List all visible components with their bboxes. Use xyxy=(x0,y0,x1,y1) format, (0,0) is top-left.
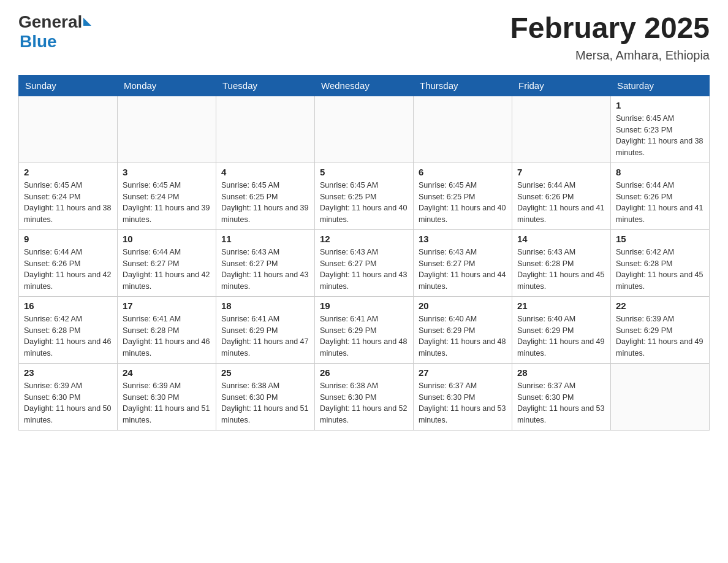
day-number: 28 xyxy=(517,367,605,378)
day-number: 10 xyxy=(123,234,211,244)
day-number: 20 xyxy=(419,301,507,311)
week-row-5: 23Sunrise: 6:39 AMSunset: 6:30 PMDayligh… xyxy=(19,363,710,430)
calendar-cell: 15Sunrise: 6:42 AMSunset: 6:28 PMDayligh… xyxy=(611,229,710,296)
day-info: Sunrise: 6:38 AMSunset: 6:30 PMDaylight:… xyxy=(221,380,309,426)
calendar-cell: 7Sunrise: 6:44 AMSunset: 6:26 PMDaylight… xyxy=(512,163,611,229)
calendar-cell: 9Sunrise: 6:44 AMSunset: 6:26 PMDaylight… xyxy=(19,229,118,296)
calendar-cell: 21Sunrise: 6:40 AMSunset: 6:29 PMDayligh… xyxy=(512,296,611,363)
calendar-cell: 6Sunrise: 6:45 AMSunset: 6:25 PMDaylight… xyxy=(414,163,512,229)
day-info: Sunrise: 6:41 AMSunset: 6:29 PMDaylight:… xyxy=(221,313,309,359)
day-number: 27 xyxy=(419,367,507,378)
calendar-cell: 3Sunrise: 6:45 AMSunset: 6:24 PMDaylight… xyxy=(118,163,216,229)
day-number: 18 xyxy=(221,301,309,311)
logo-triangle-icon xyxy=(83,18,91,26)
weekday-header-monday: Monday xyxy=(118,75,216,96)
week-row-1: 1Sunrise: 6:45 AMSunset: 6:23 PMDaylight… xyxy=(19,96,710,163)
week-row-2: 2Sunrise: 6:45 AMSunset: 6:24 PMDaylight… xyxy=(19,163,710,229)
calendar-cell: 5Sunrise: 6:45 AMSunset: 6:25 PMDaylight… xyxy=(315,163,414,229)
day-number: 5 xyxy=(320,167,408,177)
day-number: 2 xyxy=(24,167,112,177)
day-number: 9 xyxy=(24,234,112,244)
calendar-cell: 1Sunrise: 6:45 AMSunset: 6:23 PMDaylight… xyxy=(611,96,710,163)
calendar-cell: 27Sunrise: 6:37 AMSunset: 6:30 PMDayligh… xyxy=(414,363,512,430)
day-info: Sunrise: 6:37 AMSunset: 6:30 PMDaylight:… xyxy=(517,380,605,426)
calendar-subtitle: Mersa, Amhara, Ethiopia xyxy=(510,48,710,63)
week-row-4: 16Sunrise: 6:42 AMSunset: 6:28 PMDayligh… xyxy=(19,296,710,363)
day-info: Sunrise: 6:45 AMSunset: 6:25 PMDaylight:… xyxy=(221,180,309,226)
day-info: Sunrise: 6:45 AMSunset: 6:25 PMDaylight:… xyxy=(419,180,507,226)
day-info: Sunrise: 6:39 AMSunset: 6:30 PMDaylight:… xyxy=(24,380,112,426)
calendar-cell: 2Sunrise: 6:45 AMSunset: 6:24 PMDaylight… xyxy=(19,163,118,229)
day-number: 8 xyxy=(616,167,704,177)
day-info: Sunrise: 6:45 AMSunset: 6:23 PMDaylight:… xyxy=(616,113,704,159)
day-info: Sunrise: 6:43 AMSunset: 6:27 PMDaylight:… xyxy=(320,247,408,293)
calendar-cell xyxy=(414,96,512,163)
calendar-table: SundayMondayTuesdayWednesdayThursdayFrid… xyxy=(18,75,710,431)
day-number: 19 xyxy=(320,301,408,311)
day-number: 7 xyxy=(517,167,605,177)
calendar-cell xyxy=(118,96,216,163)
day-info: Sunrise: 6:43 AMSunset: 6:27 PMDaylight:… xyxy=(221,247,309,293)
day-info: Sunrise: 6:37 AMSunset: 6:30 PMDaylight:… xyxy=(419,380,507,426)
calendar-cell xyxy=(19,96,118,163)
day-info: Sunrise: 6:38 AMSunset: 6:30 PMDaylight:… xyxy=(320,380,408,426)
calendar-title: February 2025 xyxy=(510,12,710,45)
calendar-cell: 12Sunrise: 6:43 AMSunset: 6:27 PMDayligh… xyxy=(315,229,414,296)
day-number: 21 xyxy=(517,301,605,311)
day-number: 12 xyxy=(320,234,408,244)
day-number: 23 xyxy=(24,367,112,378)
day-number: 25 xyxy=(221,367,309,378)
day-number: 13 xyxy=(419,234,507,244)
calendar-cell: 13Sunrise: 6:43 AMSunset: 6:27 PMDayligh… xyxy=(414,229,512,296)
calendar-cell: 4Sunrise: 6:45 AMSunset: 6:25 PMDaylight… xyxy=(216,163,315,229)
day-number: 11 xyxy=(221,234,309,244)
calendar-cell xyxy=(216,96,315,163)
day-info: Sunrise: 6:42 AMSunset: 6:28 PMDaylight:… xyxy=(616,247,704,293)
day-info: Sunrise: 6:39 AMSunset: 6:29 PMDaylight:… xyxy=(616,313,704,359)
day-info: Sunrise: 6:41 AMSunset: 6:28 PMDaylight:… xyxy=(123,313,211,359)
calendar-cell xyxy=(611,363,710,430)
day-info: Sunrise: 6:45 AMSunset: 6:24 PMDaylight:… xyxy=(123,180,211,226)
day-info: Sunrise: 6:41 AMSunset: 6:29 PMDaylight:… xyxy=(320,313,408,359)
calendar-cell: 22Sunrise: 6:39 AMSunset: 6:29 PMDayligh… xyxy=(611,296,710,363)
weekday-header-friday: Friday xyxy=(512,75,611,96)
calendar-cell xyxy=(315,96,414,163)
day-info: Sunrise: 6:45 AMSunset: 6:24 PMDaylight:… xyxy=(24,180,112,226)
calendar-cell: 19Sunrise: 6:41 AMSunset: 6:29 PMDayligh… xyxy=(315,296,414,363)
day-info: Sunrise: 6:44 AMSunset: 6:26 PMDaylight:… xyxy=(24,247,112,293)
page-header: General Blue February 2025 Mersa, Amhara… xyxy=(18,12,710,63)
day-info: Sunrise: 6:44 AMSunset: 6:27 PMDaylight:… xyxy=(123,247,211,293)
day-number: 26 xyxy=(320,367,408,378)
calendar-cell: 20Sunrise: 6:40 AMSunset: 6:29 PMDayligh… xyxy=(414,296,512,363)
day-number: 16 xyxy=(24,301,112,311)
title-area: February 2025 Mersa, Amhara, Ethiopia xyxy=(510,12,710,63)
day-info: Sunrise: 6:42 AMSunset: 6:28 PMDaylight:… xyxy=(24,313,112,359)
weekday-header-sunday: Sunday xyxy=(19,75,118,96)
calendar-cell: 25Sunrise: 6:38 AMSunset: 6:30 PMDayligh… xyxy=(216,363,315,430)
day-number: 17 xyxy=(123,301,211,311)
logo-general-text: General xyxy=(18,12,82,31)
calendar-cell: 23Sunrise: 6:39 AMSunset: 6:30 PMDayligh… xyxy=(19,363,118,430)
day-number: 14 xyxy=(517,234,605,244)
calendar-cell: 14Sunrise: 6:43 AMSunset: 6:28 PMDayligh… xyxy=(512,229,611,296)
calendar-cell: 11Sunrise: 6:43 AMSunset: 6:27 PMDayligh… xyxy=(216,229,315,296)
day-info: Sunrise: 6:43 AMSunset: 6:28 PMDaylight:… xyxy=(517,247,605,293)
calendar-cell: 8Sunrise: 6:44 AMSunset: 6:26 PMDaylight… xyxy=(611,163,710,229)
logo: General Blue xyxy=(18,12,91,52)
day-info: Sunrise: 6:45 AMSunset: 6:25 PMDaylight:… xyxy=(320,180,408,226)
calendar-cell: 16Sunrise: 6:42 AMSunset: 6:28 PMDayligh… xyxy=(19,296,118,363)
weekday-header-row: SundayMondayTuesdayWednesdayThursdayFrid… xyxy=(19,75,710,96)
day-number: 22 xyxy=(616,301,704,311)
weekday-header-tuesday: Tuesday xyxy=(216,75,315,96)
day-number: 24 xyxy=(123,367,211,378)
calendar-cell: 17Sunrise: 6:41 AMSunset: 6:28 PMDayligh… xyxy=(118,296,216,363)
day-info: Sunrise: 6:44 AMSunset: 6:26 PMDaylight:… xyxy=(616,180,704,226)
day-info: Sunrise: 6:39 AMSunset: 6:30 PMDaylight:… xyxy=(123,380,211,426)
day-number: 1 xyxy=(616,100,704,110)
calendar-cell: 10Sunrise: 6:44 AMSunset: 6:27 PMDayligh… xyxy=(118,229,216,296)
day-number: 4 xyxy=(221,167,309,177)
day-number: 15 xyxy=(616,234,704,244)
day-number: 3 xyxy=(123,167,211,177)
day-info: Sunrise: 6:43 AMSunset: 6:27 PMDaylight:… xyxy=(419,247,507,293)
day-info: Sunrise: 6:40 AMSunset: 6:29 PMDaylight:… xyxy=(517,313,605,359)
